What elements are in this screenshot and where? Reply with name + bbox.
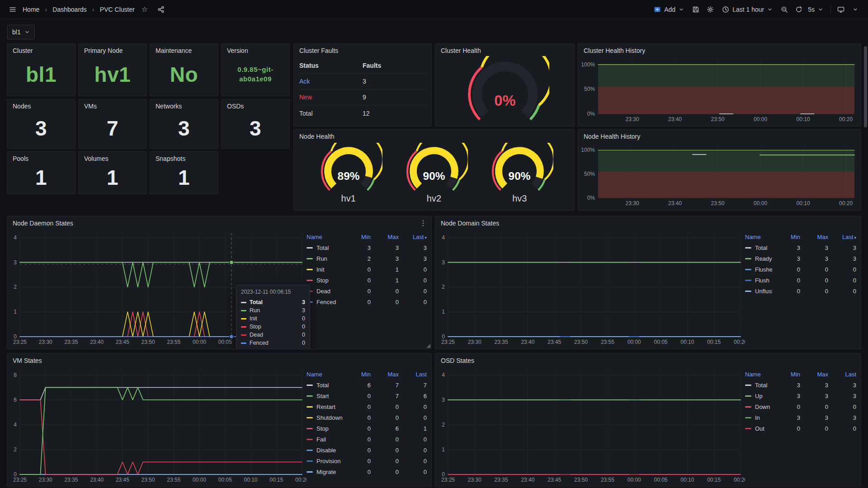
legend-row[interactable]: Total 333 <box>745 380 856 390</box>
legend-row[interactable]: Unflush 000 <box>745 286 856 296</box>
panel-title: Snapshots <box>150 152 218 164</box>
panel-node-health[interactable]: Node Health 89% hv1 90% hv2 90% hv3 <box>293 129 575 211</box>
faults-table-header: Status Faults <box>299 58 426 74</box>
legend-row[interactable]: Fenced 000 <box>307 296 427 307</box>
legend-row[interactable]: Run 233 <box>307 253 427 264</box>
stat-panel-vms[interactable]: VMs 7 <box>78 99 147 149</box>
faults-row[interactable]: Total 12 <box>299 105 426 121</box>
svg-text:2: 2 <box>442 284 445 290</box>
svg-text:23:40: 23:40 <box>668 116 682 122</box>
stat-panel-cluster[interactable]: Cluster bl1 <box>7 43 75 96</box>
legend-row[interactable]: Shutdown 000 <box>307 412 427 423</box>
legend-row[interactable]: Stop 061 <box>307 423 427 434</box>
legend-row[interactable]: Start 076 <box>307 390 427 401</box>
stat-value: 3 <box>7 112 75 145</box>
add-button[interactable]: Add <box>650 3 688 16</box>
nav-divider <box>830 5 831 14</box>
time-range-picker[interactable]: Last 1 hour <box>718 3 776 16</box>
legend-row[interactable]: Provision 000 <box>307 455 427 466</box>
stat-panel-volumes[interactable]: Volumes 1 <box>78 151 147 194</box>
legend-row[interactable]: In 333 <box>745 412 856 423</box>
legend-row[interactable]: Restart 000 <box>307 401 427 412</box>
legend-row[interactable]: Total 333 <box>307 242 427 253</box>
panel-cluster-health-history[interactable]: Cluster Health History 0%50%100%23:3023:… <box>578 43 861 127</box>
panel-node-daemon-states[interactable]: ⋮ Node Daemon States 0123423:2523:3023:3… <box>7 216 432 349</box>
panel-vm-states[interactable]: VM States 0246823:2523:3023:3523:4023:45… <box>7 353 432 487</box>
panel-menu-kebab-icon[interactable]: ⋮ <box>420 219 427 227</box>
svg-text:23:55: 23:55 <box>601 477 614 483</box>
legend-row[interactable]: Init 010 <box>307 264 427 275</box>
legend-row[interactable]: Ready 333 <box>745 253 856 264</box>
stat-value: bl1 <box>7 56 75 93</box>
fault-count: 3 <box>363 78 426 85</box>
share-icon[interactable] <box>155 3 167 16</box>
stat-panel-snapshots[interactable]: Snapshots 1 <box>150 151 218 194</box>
node-health-history-chart[interactable]: 0%50%100%23:3023:4023:5000:0000:1000:20 <box>579 142 859 208</box>
svg-text:00:05: 00:05 <box>218 339 232 345</box>
series-swatch <box>745 417 751 418</box>
panel-cluster-health[interactable]: Cluster Health 0% <box>435 43 575 127</box>
scrollbar-thumb[interactable] <box>864 46 867 127</box>
panel-title: Networks <box>150 99 218 112</box>
dashboard-settings-gear-icon[interactable] <box>704 3 717 16</box>
save-dashboard-icon[interactable] <box>689 3 702 16</box>
legend-row[interactable]: Flushed 000 <box>745 264 856 275</box>
fault-status: Ack <box>299 78 363 85</box>
legend-row[interactable]: Dead 000 <box>307 286 427 296</box>
panel-title: Volumes <box>79 152 146 164</box>
cluster-health-history-chart[interactable]: 0%50%100%23:3023:4023:5000:0000:1000:20 <box>579 56 859 124</box>
refresh-interval-picker[interactable]: 5s <box>807 3 827 16</box>
zoom-out-time-icon[interactable] <box>778 3 791 16</box>
panel-node-health-history[interactable]: Node Health History 0%50%100%23:3023:402… <box>578 129 861 211</box>
svg-text:23:50: 23:50 <box>142 339 155 345</box>
panel-node-domain-states[interactable]: Node Domain States 0123423:2523:3023:352… <box>435 216 861 349</box>
series-swatch <box>745 291 751 292</box>
svg-text:00:10: 00:10 <box>797 200 810 206</box>
fault-status: Total <box>299 110 363 117</box>
page-scrollbar[interactable] <box>864 19 868 488</box>
faults-row[interactable]: Ack 3 <box>299 74 426 89</box>
refresh-icon[interactable] <box>793 3 805 16</box>
tv-mode-icon[interactable] <box>835 3 847 16</box>
breadcrumb-home[interactable]: Home <box>23 6 39 13</box>
stat-panel-networks[interactable]: Networks 3 <box>150 99 218 149</box>
stat-panel-primary-node[interactable]: Primary Node hv1 <box>78 43 147 96</box>
osd-states-chart[interactable]: 0123423:2523:3023:3523:4023:4523:5023:55… <box>436 366 745 484</box>
nav-overflow-chevron-icon[interactable] <box>849 3 862 16</box>
legend-row[interactable]: Fail 000 <box>307 434 427 445</box>
legend-row[interactable]: Migrate 000 <box>307 466 427 477</box>
svg-text:00:20: 00:20 <box>839 200 853 206</box>
vm-states-chart[interactable]: 0246823:2523:3023:3523:4023:4523:5023:55… <box>8 366 307 484</box>
legend-row[interactable]: Stop 010 <box>307 275 427 286</box>
legend-row[interactable]: Total 677 <box>307 380 427 390</box>
svg-text:00:05: 00:05 <box>654 339 668 345</box>
faults-row[interactable]: New 9 <box>299 89 426 105</box>
time-range-label: Last 1 hour <box>732 6 764 13</box>
variable-dropdown-cluster[interactable]: bl1 <box>7 25 35 39</box>
stat-panel-osds[interactable]: OSDs 3 <box>221 99 290 149</box>
legend-row[interactable]: Disable 000 <box>307 445 427 455</box>
stat-panel-maintenance[interactable]: Maintenance No <box>150 43 218 96</box>
node-daemon-states-chart[interactable]: 0123423:2523:3023:3523:4023:4523:5023:55… <box>8 229 307 347</box>
favorite-star-icon[interactable]: ☆ <box>138 3 151 16</box>
series-swatch <box>745 247 751 249</box>
stat-panel-nodes[interactable]: Nodes 3 <box>7 99 75 149</box>
legend-row[interactable]: Total 333 <box>745 242 856 253</box>
stat-value: 3 <box>150 112 218 145</box>
menu-icon[interactable] <box>6 3 19 16</box>
legend-row[interactable]: Down 000 <box>745 401 856 412</box>
panel-osd-states[interactable]: OSD States 0123423:2523:3023:3523:4023:4… <box>435 353 861 487</box>
node-domain-states-chart[interactable]: 0123423:2523:3023:3523:4023:4523:5023:55… <box>436 229 745 347</box>
legend-row[interactable]: Out 000 <box>745 423 856 434</box>
panel-cluster-faults[interactable]: Cluster Faults Status Faults Ack 3 New 9… <box>293 43 432 127</box>
legend-row[interactable]: Flush 000 <box>745 275 856 286</box>
series-swatch <box>745 280 751 281</box>
stat-panel-pools[interactable]: Pools 1 <box>7 151 75 194</box>
series-line-Stop <box>20 312 302 337</box>
svg-text:23:25: 23:25 <box>13 477 27 483</box>
series-area-Faults <box>598 172 854 198</box>
stat-panel-version[interactable]: Version 0.9.85~git-ab0a1e09 <box>221 43 290 96</box>
legend-row[interactable]: Up 333 <box>745 390 856 401</box>
breadcrumb-dashboards[interactable]: Dashboards <box>52 6 87 13</box>
panel-resize-handle[interactable] <box>426 344 430 348</box>
